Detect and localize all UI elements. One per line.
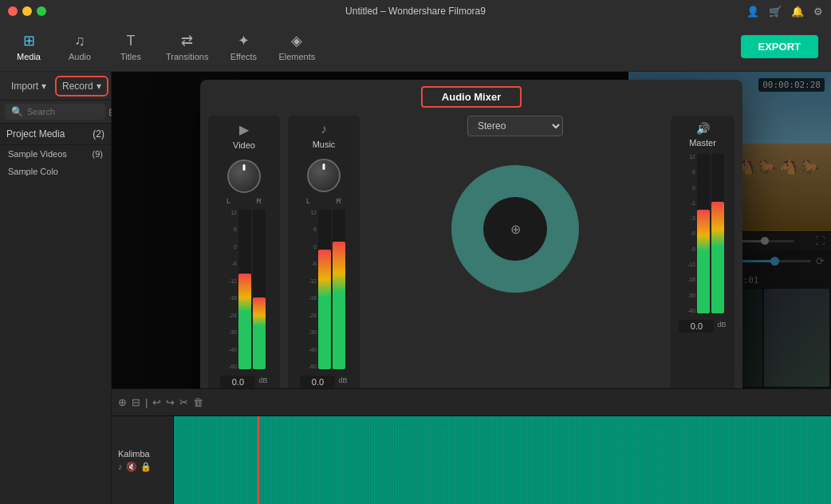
record-label: Record (62, 81, 93, 92)
track-settings-icon[interactable]: ⊟ (132, 396, 140, 408)
music-channel: ♪ Music L R (288, 116, 360, 388)
video-level-value[interactable]: 0.0 (220, 376, 255, 388)
effects-icon: ✦ (238, 32, 250, 49)
playhead[interactable] (258, 416, 259, 504)
music-channel-label: Music (313, 140, 336, 149)
music-vu-left (318, 210, 331, 369)
audio-icon: ♫ (74, 33, 85, 49)
user-icon[interactable]: 👤 (746, 6, 759, 18)
content-area: 🐴 🐎 🐴 🐎 00:00:02:28 ⬤ 📷 🔊 (112, 72, 831, 504)
music-vu-meters (318, 210, 345, 369)
music-knob-container (304, 156, 344, 195)
tool-elements[interactable]: ◈ Elements (278, 32, 315, 61)
titlebar-actions: 👤 🛒 🔔 ⚙ (746, 6, 823, 18)
master-level-value[interactable]: 0.0 (679, 320, 714, 333)
sidebar: Import ▾ Record ▾ 🔍 ⊟ ⋮⋮ Project Media (… (0, 72, 112, 504)
tool-audio[interactable]: ♫ Audio (64, 33, 96, 61)
video-db-label: dB (258, 376, 267, 384)
window-title: Untitled – Wondershare Filmora9 (345, 6, 486, 17)
stereo-select[interactable]: Stereo Mono (467, 116, 563, 136)
project-media-header: Project Media (2) (0, 124, 111, 145)
track-music-icon[interactable]: ♪ (118, 462, 123, 472)
sidebar-item-sample-color[interactable]: Sample Colo (0, 163, 111, 180)
audio-waveform (174, 416, 831, 504)
undo-icon[interactable]: ↩ (152, 396, 161, 408)
right-label-2: R (337, 197, 342, 205)
preview-area: 🐴 🐎 🐴 🐎 00:00:02:28 ⬤ 📷 🔊 (112, 72, 831, 388)
elements-label: Elements (278, 52, 315, 61)
transitions-label: Transitions (166, 52, 208, 61)
sample-videos-count: (9) (93, 149, 103, 159)
master-vu-left-bar (697, 210, 710, 313)
search-input[interactable] (27, 107, 99, 116)
notification-icon[interactable]: 🔔 (791, 6, 804, 18)
track-mute-icon[interactable]: 🔇 (126, 462, 137, 472)
music-pan-knob[interactable] (307, 159, 341, 192)
left-label: L (226, 197, 230, 205)
modal-body: ▶ Video L R (200, 108, 742, 388)
modal-header-area: Audio Mixer (200, 80, 742, 108)
video-scale: 1260-6-12-18-24-30-40-60 (223, 210, 237, 369)
audio-mixer-modal: Audio Mixer ▶ Video (200, 80, 742, 388)
video-channel-label: Video (233, 140, 255, 150)
pan-wheel[interactable]: ⊕ (451, 165, 579, 293)
music-vu-right (333, 210, 345, 369)
import-button[interactable]: Import ▾ (6, 78, 51, 94)
master-scale: 1260-1-3-6-9-12-18-30-40 (681, 154, 695, 313)
video-vu-right (253, 210, 266, 369)
right-label: R (257, 197, 262, 205)
maximize-button[interactable] (37, 6, 46, 16)
record-button[interactable]: Record ▾ (57, 78, 106, 94)
audio-label: Audio (69, 52, 91, 61)
import-label: Import (11, 81, 38, 92)
video-knob-container (224, 156, 264, 195)
snap-icon[interactable]: | (145, 396, 148, 408)
search-icon: 🔍 (11, 106, 23, 117)
video-pan-knob[interactable] (227, 159, 261, 193)
track-lock-icon[interactable]: 🔒 (140, 462, 152, 472)
tool-transitions[interactable]: ⇄ Transitions (166, 32, 208, 61)
close-button[interactable] (8, 6, 18, 16)
master-value-row: 0.0 dB (679, 317, 726, 333)
minimize-button[interactable] (22, 6, 32, 16)
import-chevron-icon: ▾ (41, 81, 46, 92)
search-area: 🔍 ⊟ ⋮⋮ (0, 100, 111, 124)
video-meter-area: 1260-6-12-18-24-30-40-60 (223, 210, 266, 369)
master-vu-right-bar (711, 202, 724, 313)
master-vu-meters (697, 154, 724, 313)
video-channel-icon: ▶ (239, 122, 249, 137)
sample-videos-label: Sample Videos (8, 149, 67, 159)
tool-effects[interactable]: ✦ Effects (227, 32, 259, 61)
music-vu-left-bar (318, 250, 331, 369)
music-channel-icon: ♪ (321, 122, 327, 136)
music-scale: 1260-6-12-18-24-30-40-60 (302, 210, 317, 369)
pan-inner: ⊕ (483, 197, 547, 261)
sub-toolbar: Import ▾ Record ▾ (0, 72, 111, 100)
delete-icon[interactable]: 🗑 (193, 396, 203, 408)
tool-media[interactable]: ⊞ Media (13, 32, 45, 61)
main-toolbar: ⊞ Media ♫ Audio T Titles ⇄ Transitions ✦… (0, 22, 831, 72)
lr-label-video: L R (226, 197, 262, 205)
tool-titles[interactable]: T Titles (115, 33, 147, 61)
master-meter-area: 1260-1-3-6-9-12-18-30-40 (681, 154, 724, 313)
search-box[interactable]: 🔍 (5, 104, 105, 120)
track-control-icons: ♪ 🔇 🔒 (118, 462, 167, 472)
redo-icon[interactable]: ↪ (166, 396, 175, 408)
track-label: Kalimba ♪ 🔇 🔒 (112, 416, 174, 504)
main-layout: Import ▾ Record ▾ 🔍 ⊟ ⋮⋮ Project Media (… (0, 72, 831, 504)
music-level-value[interactable]: 0.0 (300, 376, 335, 388)
left-label-2: L (306, 197, 310, 205)
music-vu-right-bar (333, 242, 345, 369)
center-pan-section: Stereo Mono ⊕ (368, 116, 663, 388)
sidebar-item-sample-videos[interactable]: Sample Videos (9) (0, 145, 111, 163)
lr-label-music: L R (306, 197, 341, 205)
track-name: Kalimba (118, 449, 167, 459)
export-button[interactable]: EXPORT (741, 35, 818, 58)
media-icon: ⊞ (23, 32, 35, 49)
music-value-row: 0.0 dB (300, 372, 347, 388)
cart-icon[interactable]: 🛒 (769, 6, 782, 18)
cut-icon[interactable]: ✂ (179, 396, 188, 408)
master-volume-icon: 🔊 (696, 122, 710, 135)
add-track-icon[interactable]: ⊕ (118, 396, 127, 408)
settings-icon[interactable]: ⚙ (813, 6, 823, 18)
